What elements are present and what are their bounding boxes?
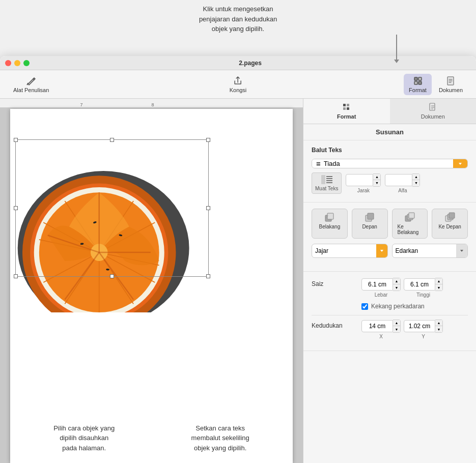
jajar-value: Jajar	[312, 244, 376, 257]
kongsi-button[interactable]: Kongsi	[225, 74, 252, 95]
jajar-dropdown-btn[interactable]	[376, 244, 387, 257]
jajar-select[interactable]: Jajar	[312, 244, 388, 258]
tiada-select-wrap: ≡ Tiada	[312, 159, 468, 168]
kekang-row: Kekang perkadaran	[312, 303, 468, 310]
edarkan-select[interactable]: Edarkan	[392, 244, 468, 258]
susunan-title: Susunan	[303, 124, 476, 140]
wrap-options-row: Muat Teks ▲ ▼ Jarak	[312, 172, 468, 194]
ke-belakang-icon	[405, 212, 415, 222]
x-down[interactable]: ▼	[393, 326, 400, 332]
kedudukan-row: Kedudukan ▲ ▼ X	[312, 320, 468, 339]
belakang-btn[interactable]: Belakang	[312, 209, 348, 239]
x-input-group: ▲ ▼	[361, 320, 401, 333]
canvas-area[interactable]: 7 8	[0, 99, 303, 463]
depan-icon	[365, 212, 375, 222]
saiz-row: Saiz ▲ ▼ Lebar	[312, 278, 468, 298]
panel-tabs: Format Dokumen	[303, 99, 476, 124]
y-up[interactable]: ▲	[435, 320, 442, 326]
titlebar: 2.pages	[0, 56, 476, 70]
alat-penulisan-button[interactable]: Alat Penulisan	[8, 74, 54, 95]
tab-dokumen[interactable]: Dokumen	[390, 99, 477, 124]
x-up[interactable]: ▲	[393, 320, 400, 326]
traffic-lights	[5, 60, 30, 66]
jarak-input[interactable]	[346, 174, 373, 186]
handle-top-left[interactable]	[14, 138, 18, 142]
jarak-down[interactable]: ▼	[373, 180, 380, 186]
handle-top-right[interactable]	[206, 138, 210, 142]
ke-depan-icon	[445, 212, 455, 222]
close-button[interactable]	[5, 60, 11, 66]
x-input[interactable]	[361, 320, 393, 332]
ke-depan-btn[interactable]: Ke Depan	[432, 209, 468, 239]
svg-rect-29	[347, 107, 349, 110]
tinggi-down[interactable]: ▼	[435, 284, 442, 291]
x-field-item: ▲ ▼ X	[361, 320, 401, 339]
arrow-indicator	[396, 35, 397, 60]
muat-teks-label: Muat Teks	[315, 186, 338, 191]
document-page[interactable]	[10, 109, 293, 463]
svg-rect-42	[409, 213, 414, 218]
tab-format[interactable]: Format	[303, 99, 390, 124]
document-icon	[445, 76, 456, 86]
tinggi-arrows: ▲ ▼	[435, 278, 443, 291]
format-tab-label: Format	[337, 113, 356, 120]
svg-rect-28	[343, 107, 346, 110]
format-tab-icon	[342, 103, 351, 112]
y-down[interactable]: ▼	[435, 326, 442, 332]
right-panel: Format Dokumen Susunan Balut Teks	[303, 99, 476, 463]
edarkan-value: Edarkan	[393, 244, 457, 257]
kedudukan-fields: ▲ ▼ X ▲ ▼	[361, 320, 468, 339]
maximize-button[interactable]	[23, 60, 30, 66]
jajar-edarkan-row: Jajar Edarkan	[312, 244, 468, 258]
lebar-field-item: ▲ ▼ Lebar	[361, 278, 401, 298]
x-label: X	[379, 334, 383, 339]
alfa-input[interactable]	[385, 174, 412, 186]
tiada-select-text[interactable]: ≡ Tiada	[312, 159, 453, 168]
jarak-up[interactable]: ▲	[373, 174, 380, 180]
jarak-input-group: ▲ ▼	[346, 173, 381, 187]
saiz-label: Saiz	[312, 278, 357, 287]
handle-top-middle[interactable]	[110, 138, 114, 142]
format-button[interactable]: Format	[404, 74, 432, 95]
y-label: Y	[422, 334, 425, 339]
kedudukan-label: Kedudukan	[312, 320, 357, 329]
ke-depan-label: Ke Depan	[438, 224, 461, 229]
lebar-label: Lebar	[375, 292, 388, 298]
format-label: Format	[409, 87, 427, 93]
minimize-button[interactable]	[14, 60, 20, 66]
saiz-section: Saiz ▲ ▼ Lebar	[303, 272, 476, 351]
layer-section: Belakang Depan	[303, 202, 476, 272]
alfa-down[interactable]: ▼	[412, 180, 419, 186]
svg-rect-1	[418, 77, 422, 80]
alfa-label: Alfa	[398, 188, 407, 193]
svg-rect-0	[414, 77, 417, 80]
svg-rect-30	[430, 103, 435, 110]
lebar-down[interactable]: ▼	[393, 284, 400, 291]
y-input[interactable]	[404, 320, 435, 332]
share-icon	[233, 76, 243, 86]
tinggi-field-item: ▲ ▼ Tinggi	[404, 278, 443, 298]
muat-teks-btn[interactable]: Muat Teks	[312, 172, 342, 194]
lebar-up[interactable]: ▲	[393, 278, 400, 284]
kekang-checkbox[interactable]	[361, 303, 368, 310]
lebar-input[interactable]	[361, 278, 393, 291]
belakang-label: Belakang	[319, 224, 341, 229]
dokumen-tab-label: Dokumen	[421, 113, 445, 120]
tinggi-up[interactable]: ▲	[435, 278, 442, 284]
toolbar-left: Alat Penulisan	[8, 74, 54, 95]
ruler-mark-7: 7	[80, 102, 82, 107]
tinggi-input[interactable]	[404, 278, 435, 291]
lebar-arrows: ▲ ▼	[393, 278, 401, 291]
y-field-item: ▲ ▼ Y	[404, 320, 443, 339]
tiada-dropdown-arrow[interactable]	[453, 159, 467, 168]
ke-belakang-label: Ke Belakang	[398, 224, 423, 235]
ruler-mark-8: 8	[151, 102, 154, 107]
depan-btn[interactable]: Depan	[352, 209, 388, 239]
edarkan-dropdown-btn[interactable]	[456, 244, 467, 257]
content-area: 7 8	[0, 99, 476, 463]
alat-penulisan-label: Alat Penulisan	[13, 87, 49, 93]
dokumen-button[interactable]: Dokumen	[434, 74, 468, 95]
alfa-up[interactable]: ▲	[412, 174, 419, 180]
belakang-icon	[324, 212, 334, 222]
ke-belakang-btn[interactable]: Ke Belakang	[392, 209, 428, 239]
